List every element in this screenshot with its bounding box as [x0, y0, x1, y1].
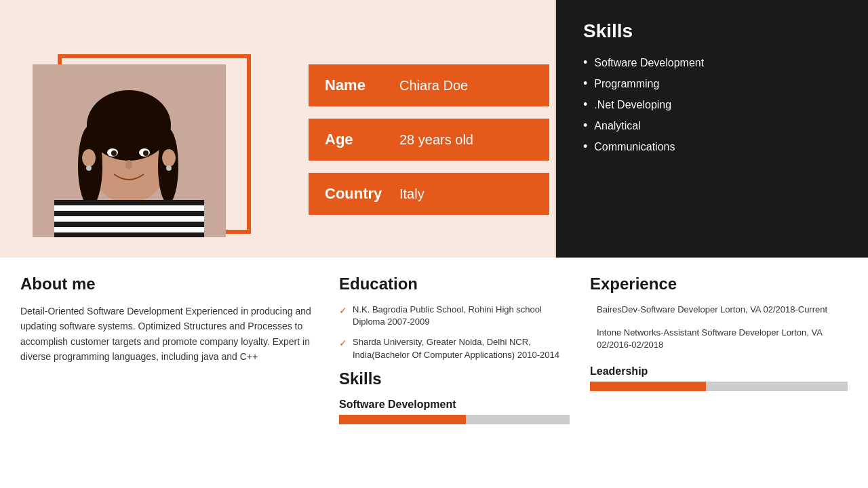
svg-rect-8 [54, 200, 204, 205]
education-item: ✓ Sharda University, Greater Noida, Delh… [339, 336, 570, 361]
age-value: 28 years old [399, 132, 473, 148]
name-label: Name [325, 77, 386, 94]
skills-list: Software Development Programming .Net De… [583, 56, 841, 154]
info-panel: Name Chiara Doe Age 28 years old Country… [309, 0, 556, 258]
skill-bar [339, 415, 570, 424]
edu-text: Sharda University, Greater Noida, Delhi … [353, 336, 570, 361]
age-card: Age 28 years old [309, 119, 549, 161]
name-value: Chiara Doe [399, 78, 468, 94]
skills-bars-title: Skills [339, 369, 570, 388]
svg-point-19 [86, 165, 92, 171]
about-text: Detail-Oriented Software Development Exp… [20, 304, 319, 365]
experience-item: Intone Networks-Assistant Software Devel… [590, 327, 848, 351]
skill-bar-label: Software Development [339, 399, 570, 411]
svg-rect-11 [54, 232, 204, 237]
exp-text: Intone Networks-Assistant Software Devel… [597, 327, 822, 350]
experience-title: Experience [590, 274, 848, 293]
leadership-section: Leadership [590, 365, 848, 391]
leadership-bar-fill [590, 382, 706, 391]
skill-item: Analytical [583, 119, 841, 133]
bottom-section: About me Detail-Oriented Software Develo… [0, 258, 868, 488]
svg-rect-9 [54, 211, 204, 216]
svg-rect-10 [54, 222, 204, 227]
education-title: Education [339, 274, 570, 293]
name-card: Name Chiara Doe [309, 64, 549, 106]
exp-text: BairesDev-Software Developer Lorton, VA … [597, 304, 827, 314]
svg-point-20 [166, 165, 172, 171]
skill-item: .Net Developing [583, 98, 841, 112]
country-value: Italy [399, 186, 425, 202]
education-item: ✓ N.K. Bagrodia Public School, Rohini Hi… [339, 304, 570, 328]
skills-bars-section: Skills Software Development [339, 369, 570, 424]
profile-photo [33, 64, 226, 237]
svg-point-13 [162, 149, 176, 167]
skill-item: Programming [583, 77, 841, 91]
svg-point-12 [82, 149, 96, 167]
education-panel: Education ✓ N.K. Bagrodia Public School,… [339, 274, 570, 478]
check-icon: ✓ [339, 338, 347, 348]
svg-point-18 [125, 160, 132, 169]
skill-item: Software Development [583, 56, 841, 70]
leadership-label: Leadership [590, 365, 848, 378]
country-card: Country Italy [309, 173, 549, 215]
svg-point-16 [111, 150, 117, 156]
experience-item: BairesDev-Software Developer Lorton, VA … [590, 304, 848, 316]
skills-panel: Skills Software Development Programming … [556, 0, 868, 258]
edu-text: N.K. Bagrodia Public School, Rohini High… [353, 304, 570, 328]
skill-bar-fill [339, 415, 466, 424]
svg-point-17 [143, 150, 149, 156]
svg-rect-7 [54, 200, 204, 237]
age-label: Age [325, 131, 386, 148]
about-panel: About me Detail-Oriented Software Develo… [20, 274, 319, 478]
skill-item: Communications [583, 140, 841, 154]
experience-panel: Experience BairesDev-Software Developer … [590, 274, 848, 478]
photo-container [33, 64, 226, 237]
skill-bar-container: Software Development [339, 399, 570, 424]
country-label: Country [325, 185, 386, 203]
check-icon: ✓ [339, 305, 347, 316]
photo-panel [0, 0, 309, 258]
skills-title: Skills [583, 20, 841, 42]
about-title: About me [20, 274, 319, 293]
leadership-bar [590, 382, 848, 391]
